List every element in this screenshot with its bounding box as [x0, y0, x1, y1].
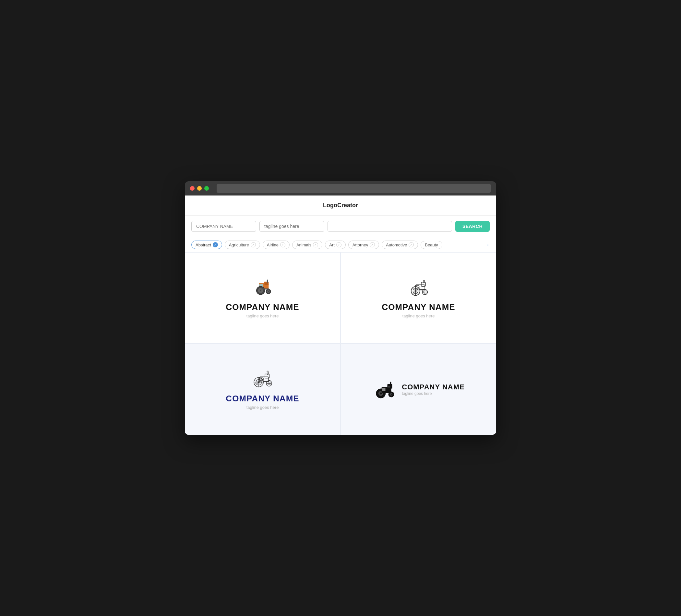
app-content: LogoCreator SEARCH Abstract ✓ Agricultur… — [185, 196, 496, 435]
filter-label-automotive: Automotive — [386, 242, 407, 247]
filter-label-agriculture: Agriculture — [229, 242, 249, 247]
filter-label-airline: Airline — [267, 242, 279, 247]
logo-card-4[interactable]: COMPANY NAME tagline goes here — [341, 344, 496, 435]
logo3-tagline: tagline goes here — [247, 405, 279, 410]
logo2-tagline: tagline goes here — [402, 313, 435, 318]
check-icon-attorney: ✓ — [370, 242, 375, 247]
svg-rect-24 — [423, 280, 425, 283]
search-bar: SEARCH — [185, 215, 496, 237]
logo-card-3[interactable]: COMPANY NAME tagline goes here — [185, 344, 340, 435]
filter-label-art: Art — [329, 242, 335, 247]
svg-rect-11 — [260, 288, 269, 289]
check-icon-agriculture: ✓ — [251, 242, 256, 247]
logo4-company: COMPANY NAME — [402, 383, 464, 391]
logo1-tagline: tagline goes here — [247, 313, 279, 318]
svg-rect-4 — [265, 283, 268, 285]
minimize-button[interactable] — [197, 186, 202, 190]
browser-window: LogoCreator SEARCH Abstract ✓ Agricultur… — [185, 181, 496, 435]
filter-label-attorney: Attorney — [353, 242, 368, 247]
filter-chip-airline[interactable]: Airline ✓ — [263, 240, 289, 249]
logo4-text-block: COMPANY NAME tagline goes here — [402, 383, 464, 396]
svg-rect-62 — [387, 386, 390, 387]
check-icon-automotive: ✓ — [409, 242, 414, 247]
logo-card-2[interactable]: COMPANY NAME tagline goes here — [341, 253, 496, 343]
app-header: LogoCreator — [185, 196, 496, 215]
check-icon-animals: ✓ — [313, 242, 318, 247]
browser-titlebar — [185, 181, 496, 196]
svg-point-10 — [268, 291, 269, 292]
svg-rect-60 — [382, 388, 385, 391]
solid-tractor-icon — [372, 379, 397, 400]
svg-point-7 — [260, 290, 261, 291]
filter-chip-agriculture[interactable]: Agriculture ✓ — [225, 240, 260, 249]
filter-chip-art[interactable]: Art ✓ — [325, 240, 346, 249]
colored-tractor-icon — [250, 278, 276, 297]
search-button[interactable]: SEARCH — [455, 221, 490, 232]
svg-point-53 — [380, 392, 382, 394]
maximize-button[interactable] — [204, 186, 209, 190]
filter-label-beauty: Beauty — [425, 242, 438, 247]
logo2-company: COMPANY NAME — [382, 302, 455, 312]
check-icon-abstract: ✓ — [213, 242, 218, 247]
svg-rect-2 — [267, 280, 268, 283]
svg-point-21 — [424, 291, 425, 292]
svg-rect-59 — [390, 382, 392, 385]
logo-card-1[interactable]: COMPANY NAME tagline goes here — [185, 253, 340, 343]
filter-chip-beauty[interactable]: Beauty — [421, 241, 442, 249]
detailed-tractor-icon — [250, 369, 276, 388]
svg-rect-61 — [385, 392, 392, 393]
filter-bar: Abstract ✓ Agriculture ✓ Airline ✓ Anima… — [185, 237, 496, 253]
filter-chip-attorney[interactable]: Attorney ✓ — [348, 240, 379, 249]
logo4-tagline: tagline goes here — [402, 391, 432, 396]
extra-input[interactable] — [328, 221, 452, 232]
address-bar — [217, 184, 491, 193]
close-button[interactable] — [190, 186, 195, 190]
outline-tractor-icon — [406, 278, 432, 297]
check-icon-art: ✓ — [336, 242, 342, 247]
filter-chip-automotive[interactable]: Automotive ✓ — [382, 240, 418, 249]
app-title: LogoCreator — [323, 202, 358, 208]
logo-grid: COMPANY NAME tagline goes here — [185, 253, 496, 435]
tagline-input[interactable] — [259, 221, 324, 232]
filter-label-animals: Animals — [296, 242, 311, 247]
check-icon-airline: ✓ — [280, 242, 285, 247]
filter-chip-animals[interactable]: Animals ✓ — [292, 240, 322, 249]
logo1-company: COMPANY NAME — [226, 302, 299, 312]
company-name-input[interactable] — [191, 221, 256, 232]
logo3-company: COMPANY NAME — [226, 393, 299, 404]
filter-chip-abstract[interactable]: Abstract ✓ — [191, 240, 222, 249]
filter-label-abstract: Abstract — [196, 242, 211, 247]
next-arrow-button[interactable]: → — [484, 241, 490, 248]
svg-point-56 — [391, 394, 392, 395]
svg-rect-45 — [267, 371, 268, 375]
